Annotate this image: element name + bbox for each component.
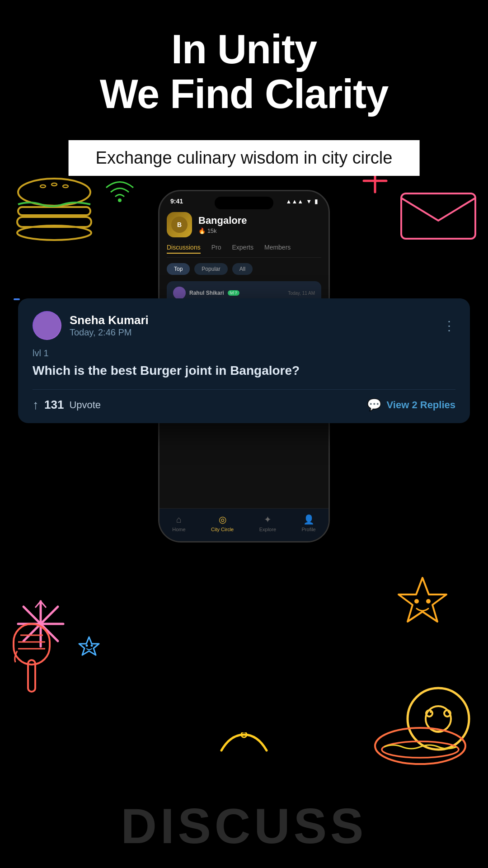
svg-point-23 [86,645,88,647]
svg-rect-9 [401,193,475,239]
hero-section: In Unity We Find Clarity [0,27,488,117]
svg-point-33 [430,711,432,713]
svg-point-20 [414,599,419,604]
svg-point-31 [426,706,451,731]
svg-rect-25 [28,660,35,692]
upvote-label: Upvote [69,399,101,411]
phone-bottom-nav: ⌂ Home ◎ City Circle ✦ Explore 👤 Profile [160,508,328,541]
svg-rect-5 [17,217,91,227]
status-time: 9:41 [170,198,183,205]
signal-icon: ▲▲▲ [286,198,304,205]
svg-point-36 [375,728,465,764]
nav-city-circle[interactable]: ◎ City Circle [211,514,234,532]
filter-all[interactable]: All [232,263,253,275]
hero-title: In Unity We Find Clarity [0,27,488,117]
neon-wifi-icon [104,176,136,203]
mini-time: Today, 11 AM [288,291,315,296]
svg-point-38 [241,732,247,737]
tab-members[interactable]: Members [264,244,291,254]
replies-label: View 2 Replies [387,399,455,411]
svg-point-30 [408,688,469,750]
neon-snowflake-icon [14,597,68,651]
svg-point-10 [118,198,122,202]
home-icon: ⌂ [176,514,182,525]
svg-point-1 [40,185,46,188]
neon-envelope-icon [398,185,479,244]
city-members: 🔥 15k [198,227,217,234]
city-circle-icon: ◎ [219,514,226,525]
nav-explore[interactable]: ✦ Explore [259,514,276,532]
mini-post-header: Rahul Shikari lvl 7 Today, 11 AM [173,287,315,299]
neon-hotdog-icon [371,723,461,778]
discuss-footer-text: DISCUSS [0,797,488,854]
svg-text:B: B [177,221,182,228]
neon-burger-icon [9,176,99,249]
view-replies-button[interactable]: 💬 View 2 Replies [367,398,455,412]
float-meta: Sneha Kumari Today, 2:46 PM [70,313,435,338]
tab-discussions[interactable]: Discussions [167,244,201,254]
neon-smiley-donut-icon [402,683,474,755]
svg-rect-8 [401,193,475,239]
svg-point-0 [18,179,90,206]
tab-experts[interactable]: Experts [232,244,253,254]
city-avatar: B [167,212,192,237]
city-info: Bangalore 🔥 15k [198,215,247,235]
svg-point-35 [448,711,450,713]
svg-line-17 [35,601,41,608]
nav-profile[interactable]: 👤 Profile [302,514,316,532]
nav-home-label: Home [172,527,185,532]
float-avatar-inner [33,312,61,339]
svg-point-24 [91,645,93,647]
svg-point-3 [63,185,68,188]
filter-pills: Top Popular All [167,263,321,275]
city-name: Bangalore [198,215,247,226]
float-post-time: Today, 2:46 PM [70,327,435,338]
wifi-icon: ▼ [306,198,312,205]
float-author-name: Sneha Kumari [70,313,435,327]
svg-point-32 [426,710,432,717]
svg-point-34 [444,710,450,717]
svg-point-2 [52,183,57,186]
svg-marker-22 [79,637,99,655]
svg-point-37 [382,741,459,758]
mini-badge: lvl 7 [228,290,239,296]
svg-point-21 [426,599,431,604]
replies-icon: 💬 [367,398,381,412]
discuss-label: DISCUSS [121,798,367,854]
nav-home[interactable]: ⌂ Home [172,514,185,532]
subtitle-bar: Exchange culinary wisdom in city circle [69,140,420,176]
upvote-arrow-icon: ↑ [33,398,39,412]
float-card-header: Sneha Kumari Today, 2:46 PM ⋮ [33,311,455,340]
svg-line-16 [23,607,58,641]
nav-profile-label: Profile [302,527,316,532]
explore-icon: ✦ [264,514,272,525]
tab-pro[interactable]: Pro [211,244,221,254]
svg-point-6 [17,226,91,240]
tabs-row: Discussions Pro Experts Members [167,244,321,258]
filter-popular[interactable]: Popular [194,263,227,275]
more-options-icon[interactable]: ⋮ [443,318,455,333]
float-question-text: Which is the best Burger joint in Bangal… [33,362,455,379]
city-header: B Bangalore 🔥 15k [167,208,321,244]
mini-author: Rahul Shikari [189,290,224,296]
float-user-level: lvl 1 [33,348,455,359]
svg-point-7 [18,179,90,206]
float-card-actions: ↑ 131 Upvote 💬 View 2 Replies [33,398,455,412]
svg-line-18 [41,601,46,608]
neon-ring-icon [217,732,271,769]
upvote-button[interactable]: ↑ 131 Upvote [33,398,101,412]
battery-icon: ▮ [314,198,318,205]
accent-dash [14,298,20,300]
status-icons: ▲▲▲ ▼ ▮ [286,198,318,205]
svg-rect-4 [18,207,90,215]
neon-star-icon [393,574,452,633]
mini-avatar [173,287,186,299]
subtitle-text: Exchange culinary wisdom in city circle [96,148,393,168]
nav-explore-label: Explore [259,527,276,532]
float-divider [33,389,455,390]
phone-notch [215,197,273,209]
neon-popsicle-icon [5,615,59,696]
filter-top[interactable]: Top [167,263,190,275]
floating-post-card: Sneha Kumari Today, 2:46 PM ⋮ lvl 1 Whic… [18,298,470,423]
svg-line-15 [23,607,58,641]
